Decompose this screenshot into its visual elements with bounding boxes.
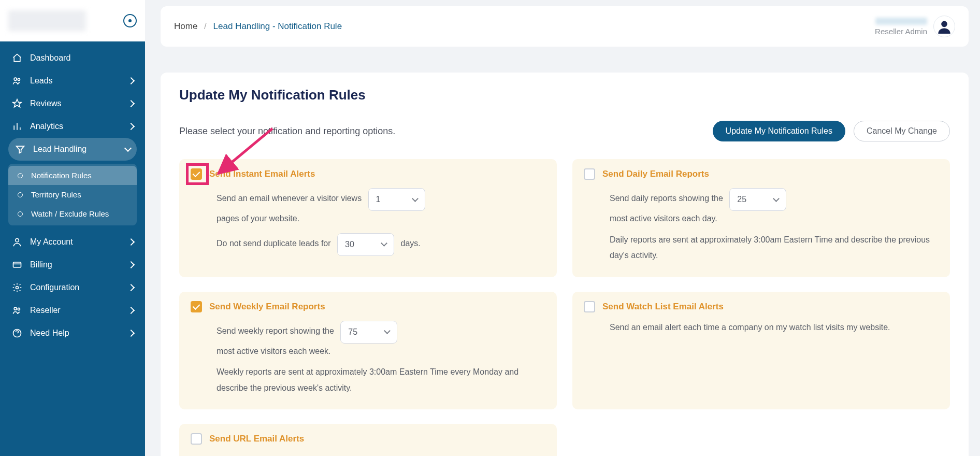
content-panel: Update My Notification Rules Please sele… xyxy=(161,73,969,456)
select-value: 25 xyxy=(737,192,746,207)
circle-icon xyxy=(18,211,23,217)
update-rules-button[interactable]: Update My Notification Rules xyxy=(713,121,845,141)
gear-icon xyxy=(11,282,23,293)
sidebar-sub-watch-exclude-rules[interactable]: Watch / Exclude Rules xyxy=(8,204,137,223)
chevron-right-icon xyxy=(127,330,135,337)
sidebar-item-label: Need Help xyxy=(30,329,128,338)
page-title: Update My Notification Rules xyxy=(179,87,950,103)
checkbox-watch-alerts[interactable] xyxy=(584,301,595,312)
sidebar-item-reseller[interactable]: Reseller xyxy=(0,299,145,322)
target-icon[interactable] xyxy=(123,14,137,27)
sidebar-item-label: My Account xyxy=(30,237,128,247)
sidebar-item-leads[interactable]: Leads xyxy=(0,69,145,92)
sidebar-item-label: Lead Handling xyxy=(33,145,125,154)
filter-icon xyxy=(15,144,26,154)
sidebar-item-billing[interactable]: Billing xyxy=(0,253,145,276)
checkbox-url-alerts[interactable] xyxy=(191,433,202,445)
card-watch-alerts: Send Watch List Email Alerts Send an ema… xyxy=(572,292,950,410)
sidebar-header xyxy=(0,0,145,41)
svg-rect-3 xyxy=(13,262,21,267)
chevron-down-icon xyxy=(773,195,780,202)
main: Home / Lead Handling - Notification Rule… xyxy=(145,0,980,456)
sidebar-sub-notification-rules[interactable]: Notification Rules xyxy=(8,166,137,185)
sidebar-item-label: Dashboard xyxy=(30,53,134,63)
breadcrumb-home[interactable]: Home xyxy=(174,21,197,31)
card-text: Send weekly report showing the xyxy=(217,326,334,335)
logo xyxy=(8,10,86,31)
sidebar-sub-territory-rules[interactable]: Territory Rules xyxy=(8,185,137,204)
user-text: Reseller Admin xyxy=(875,18,927,36)
card-title: Send Instant Email Alerts xyxy=(209,169,315,179)
card-text: pages of your website. xyxy=(217,211,545,226)
sidebar-item-my-account[interactable]: My Account xyxy=(0,231,145,253)
sidebar-item-label: Analytics xyxy=(30,122,128,131)
sidebar-item-lead-handling[interactable]: Lead Handling xyxy=(8,138,137,161)
subhead-row: Please select your notification and repo… xyxy=(179,121,950,141)
sidebar: Dashboard Leads Reviews An xyxy=(0,0,145,456)
select-value: 1 xyxy=(376,192,381,207)
help-icon xyxy=(11,328,23,338)
select-weekly-count[interactable]: 75 xyxy=(340,321,397,344)
chevron-right-icon xyxy=(127,238,135,246)
chevron-down-icon xyxy=(412,195,419,202)
card-title: Send Daily Email Reports xyxy=(602,169,709,179)
chevron-right-icon xyxy=(127,261,135,268)
svg-point-8 xyxy=(941,21,947,27)
select-value: 75 xyxy=(348,324,357,340)
sidebar-item-label: Leads xyxy=(30,76,128,86)
card-title: Send Weekly Email Reports xyxy=(209,302,325,312)
sidebar-sub-lead-handling: Notification Rules Territory Rules Watch… xyxy=(8,164,137,225)
sidebar-sub-label: Territory Rules xyxy=(31,190,81,199)
chevron-down-icon xyxy=(384,327,391,334)
users-icon xyxy=(11,305,23,316)
card-url-alerts: Send URL Email Alerts xyxy=(179,424,557,456)
sidebar-item-analytics[interactable]: Analytics xyxy=(0,115,145,138)
select-days[interactable]: 30 xyxy=(337,233,394,256)
checkbox-daily-reports[interactable] xyxy=(584,168,595,180)
select-daily-count[interactable]: 25 xyxy=(729,188,786,211)
breadcrumb-separator: / xyxy=(204,21,207,31)
card-title: Send Watch List Email Alerts xyxy=(602,302,724,312)
select-pages[interactable]: 1 xyxy=(368,188,425,211)
breadcrumb: Home / Lead Handling - Notification Rule xyxy=(174,21,342,32)
user-name xyxy=(875,18,927,25)
subhead-text: Please select your notification and repo… xyxy=(179,126,395,137)
user-icon xyxy=(11,237,23,247)
sidebar-item-label: Configuration xyxy=(30,283,128,292)
checkbox-weekly-reports[interactable] xyxy=(191,301,202,312)
chevron-right-icon xyxy=(127,123,135,130)
avatar[interactable] xyxy=(933,16,955,37)
chevron-down-icon xyxy=(381,240,387,247)
cancel-button[interactable]: Cancel My Change xyxy=(854,121,950,141)
card-text: most active visitors each day. xyxy=(610,211,939,226)
card-instant-alerts: Send Instant Email Alerts Send an email … xyxy=(179,159,557,277)
checkbox-instant-alerts[interactable] xyxy=(191,168,202,180)
sidebar-item-reviews[interactable]: Reviews xyxy=(0,92,145,115)
nav: Dashboard Leads Reviews An xyxy=(0,41,145,345)
card-note: Weekly reports are sent at approximately… xyxy=(217,364,545,396)
breadcrumb-current[interactable]: Lead Handling - Notification Rule xyxy=(213,21,342,31)
star-icon xyxy=(11,98,23,109)
svg-point-0 xyxy=(14,78,17,80)
svg-point-4 xyxy=(16,287,19,289)
card-daily-reports: Send Daily Email Reports Send daily repo… xyxy=(572,159,950,277)
topbar: Home / Lead Handling - Notification Rule… xyxy=(161,6,969,47)
home-icon xyxy=(11,53,23,63)
button-row: Update My Notification Rules Cancel My C… xyxy=(713,121,950,141)
sidebar-item-need-help[interactable]: Need Help xyxy=(0,322,145,345)
sidebar-item-label: Reviews xyxy=(30,99,128,108)
card-text: days. xyxy=(401,239,421,248)
svg-point-6 xyxy=(18,308,20,310)
chevron-right-icon xyxy=(127,307,135,314)
chevron-down-icon xyxy=(124,145,132,152)
card-text: Send daily reports showing the xyxy=(610,194,723,203)
sidebar-item-configuration[interactable]: Configuration xyxy=(0,276,145,299)
circle-icon xyxy=(18,192,23,197)
svg-point-1 xyxy=(18,78,20,80)
sidebar-item-label: Billing xyxy=(30,260,128,269)
sidebar-sub-label: Watch / Exclude Rules xyxy=(31,209,109,218)
svg-point-5 xyxy=(14,307,17,310)
sidebar-item-label: Reseller xyxy=(30,306,128,315)
bars-icon xyxy=(11,121,23,132)
sidebar-item-dashboard[interactable]: Dashboard xyxy=(0,47,145,69)
